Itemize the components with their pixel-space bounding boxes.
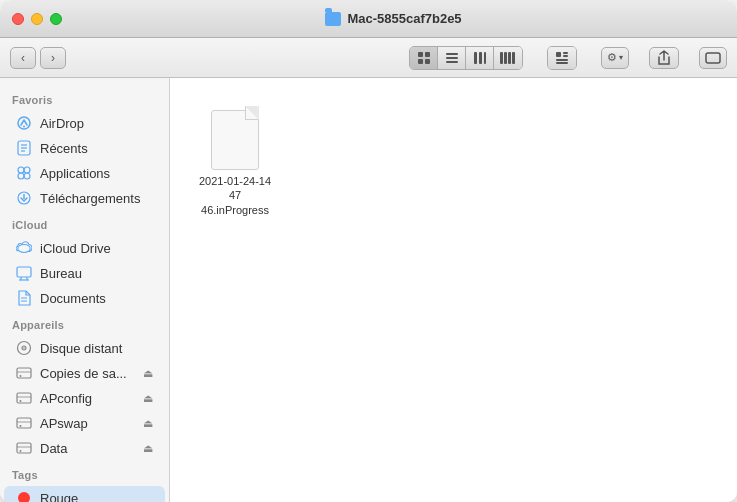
appareils-section-label: Appareils bbox=[0, 311, 169, 335]
svg-rect-1 bbox=[425, 52, 430, 57]
copies-icon bbox=[16, 365, 32, 381]
data-eject-icon[interactable]: ⏏ bbox=[143, 442, 153, 455]
view-buttons bbox=[409, 46, 523, 70]
sidebar-item-airdrop[interactable]: AirDrop bbox=[4, 111, 165, 135]
sidebar-item-bureau[interactable]: Bureau bbox=[4, 261, 165, 285]
nav-buttons: ‹ › bbox=[10, 47, 66, 69]
titlebar: Mac-5855caf7b2e5 bbox=[0, 0, 737, 38]
grid-view-icon bbox=[417, 51, 431, 65]
apconfig-label: APconfig bbox=[40, 391, 92, 406]
gallery-view-icon bbox=[499, 51, 517, 65]
disque-distant-label: Disque distant bbox=[40, 341, 122, 356]
svg-rect-2 bbox=[418, 59, 423, 64]
svg-rect-45 bbox=[17, 393, 31, 403]
icloud-icon bbox=[16, 240, 32, 256]
minimize-button[interactable] bbox=[31, 13, 43, 25]
chevron-down-icon: ▾ bbox=[619, 53, 623, 62]
main-area: Favoris AirDrop Récents bbox=[0, 78, 737, 502]
sidebar-item-documents[interactable]: Documents bbox=[4, 286, 165, 310]
close-button[interactable] bbox=[12, 13, 24, 25]
copies-eject-icon[interactable]: ⏏ bbox=[143, 367, 153, 380]
svg-point-53 bbox=[20, 450, 22, 452]
svg-rect-3 bbox=[425, 59, 430, 64]
sidebar-item-icloud-drive[interactable]: iCloud Drive bbox=[4, 236, 165, 260]
svg-rect-0 bbox=[418, 52, 423, 57]
svg-rect-16 bbox=[563, 55, 568, 57]
svg-rect-6 bbox=[446, 61, 458, 63]
svg-rect-19 bbox=[706, 53, 720, 63]
group-buttons bbox=[547, 46, 577, 70]
bureau-icon bbox=[16, 265, 32, 281]
sidebar-item-apconfig[interactable]: APconfig ⏏ bbox=[4, 386, 165, 410]
svg-point-21 bbox=[23, 126, 25, 128]
view-icon-button[interactable] bbox=[410, 47, 438, 69]
svg-rect-18 bbox=[556, 62, 568, 64]
svg-rect-17 bbox=[556, 59, 568, 61]
window-title: Mac-5855caf7b2e5 bbox=[325, 11, 461, 26]
svg-rect-10 bbox=[500, 52, 503, 64]
svg-rect-48 bbox=[17, 418, 31, 428]
svg-point-28 bbox=[18, 173, 24, 179]
share-icon bbox=[657, 50, 671, 66]
toolbar: ‹ › bbox=[0, 38, 737, 78]
svg-point-47 bbox=[20, 400, 22, 402]
svg-rect-9 bbox=[484, 52, 486, 64]
sidebar-item-downloads[interactable]: Téléchargements bbox=[4, 186, 165, 210]
applications-icon bbox=[16, 165, 32, 181]
gear-icon: ⚙ bbox=[607, 51, 617, 64]
sidebar-item-recents[interactable]: Récents bbox=[4, 136, 165, 160]
forward-button[interactable]: › bbox=[40, 47, 66, 69]
view-group-button[interactable] bbox=[548, 47, 576, 69]
disque-distant-icon bbox=[16, 340, 32, 356]
data-label: Data bbox=[40, 441, 67, 456]
svg-point-27 bbox=[24, 167, 30, 173]
view-list-button[interactable] bbox=[438, 47, 466, 69]
content-area[interactable]: 2021-01-24-1447 46.inProgress bbox=[170, 78, 737, 502]
group-view-icon bbox=[555, 51, 569, 65]
svg-rect-15 bbox=[563, 52, 568, 54]
documents-icon bbox=[16, 290, 32, 306]
fullscreen-button[interactable] bbox=[699, 47, 727, 69]
view-columns-button[interactable] bbox=[466, 47, 494, 69]
maximize-button[interactable] bbox=[50, 13, 62, 25]
svg-rect-4 bbox=[446, 53, 458, 55]
svg-point-26 bbox=[18, 167, 24, 173]
svg-point-32 bbox=[18, 244, 30, 252]
svg-point-44 bbox=[20, 375, 22, 377]
recents-label: Récents bbox=[40, 141, 88, 156]
share-button[interactable] bbox=[649, 47, 679, 69]
fullscreen-icon bbox=[705, 52, 721, 64]
documents-label: Documents bbox=[40, 291, 106, 306]
svg-rect-14 bbox=[556, 52, 561, 57]
action-button[interactable]: ⚙ ▾ bbox=[601, 47, 629, 69]
svg-rect-12 bbox=[508, 52, 511, 64]
view-gallery-button[interactable] bbox=[494, 47, 522, 69]
rouge-tag-icon bbox=[16, 490, 32, 502]
favoris-section-label: Favoris bbox=[0, 86, 169, 110]
icloud-section-label: iCloud bbox=[0, 211, 169, 235]
sidebar-item-apswap[interactable]: APswap ⏏ bbox=[4, 411, 165, 435]
svg-point-50 bbox=[20, 425, 22, 427]
svg-rect-8 bbox=[479, 52, 482, 64]
copies-label: Copies de sa... bbox=[40, 366, 127, 381]
sidebar-item-rouge[interactable]: Rouge bbox=[4, 486, 165, 502]
apswap-eject-icon[interactable]: ⏏ bbox=[143, 417, 153, 430]
downloads-label: Téléchargements bbox=[40, 191, 140, 206]
file-name: 2021-01-24-1447 46.inProgress bbox=[198, 174, 272, 217]
back-button[interactable]: ‹ bbox=[10, 47, 36, 69]
svg-rect-33 bbox=[17, 267, 31, 277]
airdrop-icon bbox=[16, 115, 32, 131]
airdrop-label: AirDrop bbox=[40, 116, 84, 131]
svg-rect-5 bbox=[446, 57, 458, 59]
file-item[interactable]: 2021-01-24-1447 46.inProgress bbox=[190, 98, 280, 225]
sidebar-item-copies[interactable]: Copies de sa... ⏏ bbox=[4, 361, 165, 385]
sidebar-item-disque-distant[interactable]: Disque distant bbox=[4, 336, 165, 360]
icloud-drive-label: iCloud Drive bbox=[40, 241, 111, 256]
sidebar-item-data[interactable]: Data ⏏ bbox=[4, 436, 165, 460]
apconfig-eject-icon[interactable]: ⏏ bbox=[143, 392, 153, 405]
svg-rect-13 bbox=[512, 52, 515, 64]
sidebar: Favoris AirDrop Récents bbox=[0, 78, 170, 502]
file-icon bbox=[209, 106, 261, 170]
apswap-icon bbox=[16, 415, 32, 431]
sidebar-item-applications[interactable]: Applications bbox=[4, 161, 165, 185]
